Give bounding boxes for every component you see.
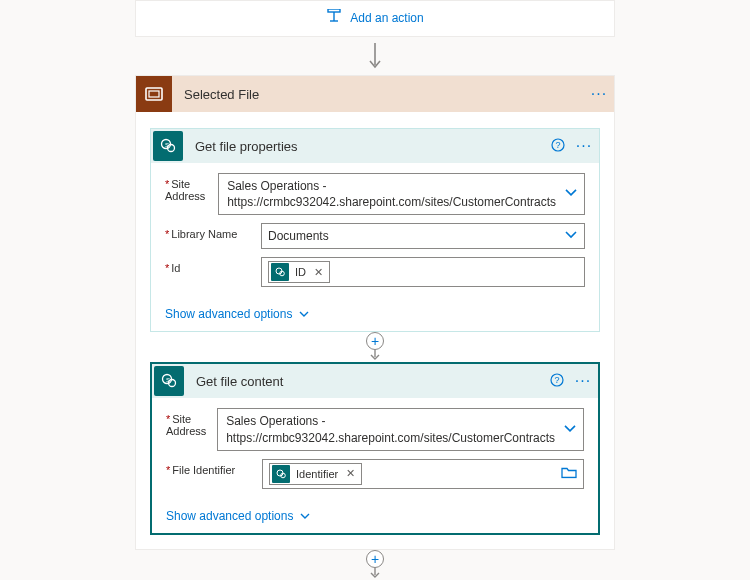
- scope-title: Selected File: [172, 87, 584, 102]
- help-icon[interactable]: ?: [546, 373, 568, 390]
- dynamic-token-identifier[interactable]: Identifier ✕: [269, 463, 362, 485]
- site-address-field[interactable]: Sales Operations - https://crmbc932042.s…: [217, 408, 584, 450]
- library-name-field[interactable]: Documents: [261, 223, 585, 249]
- svg-rect-0: [328, 9, 340, 12]
- remove-token-button[interactable]: ✕: [346, 467, 355, 480]
- file-identifier-field[interactable]: Identifier ✕: [262, 459, 584, 489]
- show-advanced-link[interactable]: Show advanced options: [151, 301, 599, 331]
- sharepoint-icon: [271, 263, 289, 281]
- scope-icon: [136, 76, 172, 112]
- id-field[interactable]: ID ✕: [261, 257, 585, 287]
- site-address-field[interactable]: Sales Operations - https://crmbc932042.s…: [218, 173, 585, 215]
- outer-connector: +: [366, 550, 384, 580]
- action-header[interactable]: S Get file content ? ···: [152, 364, 598, 398]
- sharepoint-icon: [272, 465, 290, 483]
- inner-connector: +: [366, 332, 384, 362]
- add-action-link[interactable]: Add an action: [326, 9, 423, 26]
- sharepoint-icon: S: [154, 366, 184, 396]
- action-get-file-content: S Get file content ? ··· *Site Address S…: [150, 362, 600, 534]
- scope-header[interactable]: Selected File ···: [136, 76, 614, 112]
- prior-action-card: Add an action: [135, 0, 615, 37]
- sharepoint-icon: S: [153, 131, 183, 161]
- svg-rect-6: [149, 91, 159, 97]
- svg-text:S: S: [165, 142, 169, 148]
- add-action-label: Add an action: [350, 11, 423, 25]
- site-address-label: *Site Address: [166, 408, 217, 437]
- remove-token-button[interactable]: ✕: [314, 266, 323, 279]
- action-header[interactable]: S Get file properties ? ···: [151, 129, 599, 163]
- folder-picker-icon[interactable]: [561, 466, 577, 481]
- add-action-icon: [326, 9, 342, 26]
- insert-step-button[interactable]: +: [366, 550, 384, 568]
- scope-selected-file: Selected File ··· S Get file properties …: [135, 75, 615, 550]
- dynamic-token-id[interactable]: ID ✕: [268, 261, 330, 283]
- action-menu-button[interactable]: ···: [569, 137, 599, 155]
- action-menu-button[interactable]: ···: [568, 372, 598, 390]
- id-label: *Id: [165, 257, 261, 274]
- svg-text:S: S: [166, 377, 170, 383]
- connector-arrow: [135, 37, 615, 75]
- site-address-label: *Site Address: [165, 173, 218, 202]
- svg-text:?: ?: [556, 140, 561, 150]
- chevron-down-icon: [298, 307, 310, 321]
- chevron-down-icon: [564, 186, 578, 202]
- action-title: Get file properties: [185, 139, 547, 154]
- chevron-down-icon: [563, 421, 577, 437]
- chevron-down-icon: [299, 509, 311, 523]
- scope-menu-button[interactable]: ···: [584, 85, 614, 103]
- help-icon[interactable]: ?: [547, 138, 569, 155]
- file-identifier-label: *File Identifier: [166, 459, 262, 476]
- svg-text:?: ?: [555, 375, 560, 385]
- show-advanced-link[interactable]: Show advanced options: [152, 503, 598, 533]
- svg-rect-5: [146, 88, 162, 100]
- library-name-label: *Library Name: [165, 223, 261, 240]
- action-title: Get file content: [186, 374, 546, 389]
- action-get-file-properties: S Get file properties ? ··· *Site Addres…: [150, 128, 600, 332]
- chevron-down-icon: [564, 229, 578, 243]
